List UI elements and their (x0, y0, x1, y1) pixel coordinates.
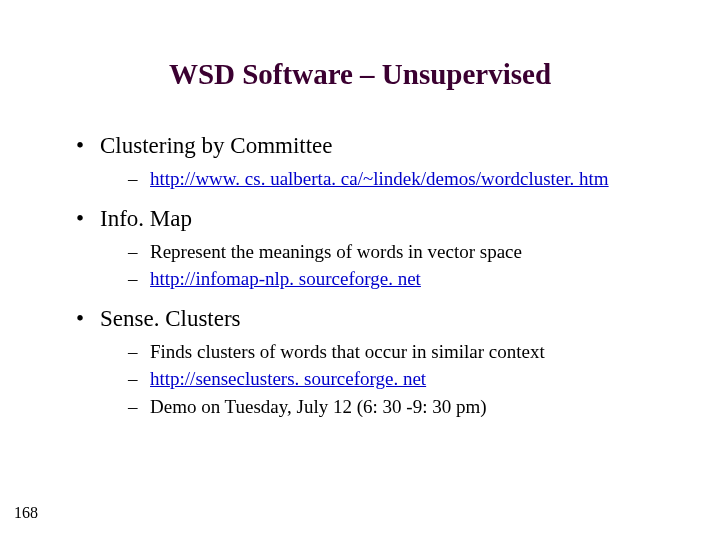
sub-item: Finds clusters of words that occur in si… (128, 338, 660, 366)
sub-text: Represent the meanings of words in vecto… (150, 241, 522, 262)
bullet-infomap: Info. Map Represent the meanings of word… (72, 203, 660, 293)
sub-item: http://www. cs. ualberta. ca/~lindek/dem… (128, 165, 660, 193)
bullet-label: Clustering by Committee (100, 133, 333, 158)
sub-item: http://senseclusters. sourceforge. net (128, 365, 660, 393)
bullet-label: Sense. Clusters (100, 306, 241, 331)
sub-item: Demo on Tuesday, July 12 (6: 30 -9: 30 p… (128, 393, 660, 421)
sub-item: http://infomap-nlp. sourceforge. net (128, 265, 660, 293)
bullet-clustering: Clustering by Committee http://www. cs. … (72, 130, 660, 193)
bullet-label: Info. Map (100, 206, 192, 231)
slide: WSD Software – Unsupervised Clustering b… (0, 0, 720, 540)
link-infomap[interactable]: http://infomap-nlp. sourceforge. net (150, 268, 421, 289)
link-senseclusters[interactable]: http://senseclusters. sourceforge. net (150, 368, 426, 389)
slide-body: Clustering by Committee http://www. cs. … (72, 130, 660, 430)
sub-text: Finds clusters of words that occur in si… (150, 341, 545, 362)
sub-item: Represent the meanings of words in vecto… (128, 238, 660, 266)
bullet-senseclusters: Sense. Clusters Finds clusters of words … (72, 303, 660, 421)
slide-title: WSD Software – Unsupervised (0, 58, 720, 91)
page-number: 168 (14, 504, 38, 522)
link-wordcluster[interactable]: http://www. cs. ualberta. ca/~lindek/dem… (150, 168, 609, 189)
sub-text: Demo on Tuesday, July 12 (6: 30 -9: 30 p… (150, 396, 487, 417)
